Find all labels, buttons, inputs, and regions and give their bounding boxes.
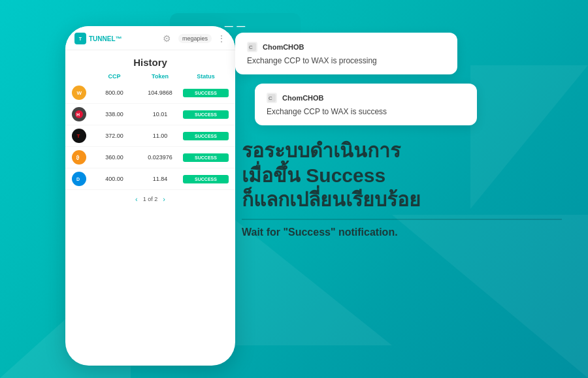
chomchob-icon-2: C bbox=[267, 93, 277, 103]
notification-bubble-1: C ChomCHOB Exchange CCP to WAX is proces… bbox=[235, 33, 457, 74]
row-ccp-5: 400.00 bbox=[91, 176, 137, 182]
thai-line-3: ก็แลกเปลี่ยนเรียบร้อย bbox=[242, 187, 562, 212]
row-token-2: 10.01 bbox=[137, 111, 183, 118]
col-token: Token bbox=[137, 73, 183, 80]
pagination: ‹ 1 of 2 › bbox=[65, 190, 235, 206]
logo-icon: T bbox=[74, 33, 86, 44]
status-badge-5: SUCCESS bbox=[183, 175, 229, 183]
coin-icon-btc: ₿ bbox=[72, 150, 86, 165]
app-bar: T TUNNEL™ ⚙ megapies ⋮ bbox=[65, 26, 235, 50]
status-badge-4: SUCCESS bbox=[183, 153, 229, 162]
phone-frame: T TUNNEL™ ⚙ megapies ⋮ History CCP Token… bbox=[65, 26, 235, 366]
notification-bubble-2: C ChomCHOB Exchange CCP to WAX is succes… bbox=[255, 84, 477, 125]
more-icon[interactable]: ⋮ bbox=[217, 33, 226, 44]
col-ccp: CCP bbox=[91, 73, 137, 80]
thai-text-main: รอระบบดำเนินการ เมื่อขึ้น Success ก็แลกเ… bbox=[242, 138, 562, 212]
row-ccp-1: 800.00 bbox=[91, 89, 137, 96]
notif-message-1: Exchange CCP to WAX is processing bbox=[247, 56, 446, 65]
english-subtext: Wait for "Success" notification. bbox=[242, 227, 562, 238]
settings-icon[interactable]: ⚙ bbox=[163, 33, 173, 44]
prev-page-button[interactable]: ‹ bbox=[135, 195, 138, 203]
table-row: T 372.00 11.00 SUCCESS bbox=[65, 125, 235, 147]
svg-text:C: C bbox=[269, 95, 272, 101]
coin-icon-trx: T bbox=[72, 129, 86, 143]
table-header: CCP Token Status bbox=[65, 73, 235, 80]
row-token-4: 0.023976 bbox=[137, 154, 183, 161]
status-badge-2: SUCCESS bbox=[183, 110, 229, 119]
right-content: C ChomCHOB Exchange CCP to WAX is proces… bbox=[235, 33, 562, 238]
svg-text:H: H bbox=[76, 112, 80, 117]
svg-text:C: C bbox=[249, 44, 253, 50]
page-indicator: 1 of 2 bbox=[143, 196, 158, 202]
top-icons: ⚙ megapies ⋮ bbox=[163, 33, 226, 44]
thai-line-2: เมื่อขึ้น Success bbox=[242, 163, 562, 188]
row-token-1: 104.9868 bbox=[137, 89, 183, 96]
status-badge-3: SUCCESS bbox=[183, 132, 229, 140]
svg-text:D: D bbox=[76, 177, 80, 181]
row-token-3: 11.00 bbox=[137, 133, 183, 139]
divider bbox=[242, 219, 562, 220]
coin-icon-dash: D bbox=[72, 172, 86, 186]
chomchob-icon-1: C bbox=[247, 42, 257, 52]
notif-message-2: Exchange CCP to WAX is success bbox=[267, 107, 465, 116]
coin-icon-hive: H bbox=[72, 107, 86, 121]
table-row: ₿ 360.00 0.023976 SUCCESS bbox=[65, 147, 235, 168]
history-section: History CCP Token Status W 800.00 104.98… bbox=[65, 50, 235, 210]
thai-text-section: รอระบบดำเนินการ เมื่อขึ้น Success ก็แลกเ… bbox=[235, 138, 562, 238]
row-ccp-2: 338.00 bbox=[91, 111, 137, 118]
svg-text:T: T bbox=[77, 133, 80, 139]
coin-icon-wax: W bbox=[72, 86, 86, 100]
logo-text: TUNNEL™ bbox=[89, 35, 122, 42]
row-ccp-3: 372.00 bbox=[91, 133, 137, 139]
username-tag: megapies bbox=[178, 34, 212, 43]
notif-header-1: C ChomCHOB bbox=[247, 42, 446, 52]
table-row: D 400.00 11.84 SUCCESS bbox=[65, 168, 235, 190]
tunnel-logo: T TUNNEL™ bbox=[74, 33, 122, 44]
table-row: H 338.00 10.01 SUCCESS bbox=[65, 104, 235, 125]
row-token-5: 11.84 bbox=[137, 176, 183, 182]
status-badge-1: SUCCESS bbox=[183, 89, 229, 97]
history-title: History bbox=[65, 57, 235, 68]
notif-sender-1: ChomCHOB bbox=[263, 43, 304, 51]
svg-text:W: W bbox=[77, 90, 82, 96]
table-row: W 800.00 104.9868 SUCCESS bbox=[65, 82, 235, 104]
notif-sender-2: ChomCHOB bbox=[282, 94, 324, 102]
notif-header-2: C ChomCHOB bbox=[267, 93, 465, 103]
row-ccp-4: 360.00 bbox=[91, 154, 137, 161]
next-page-button[interactable]: › bbox=[163, 195, 165, 203]
col-status: Status bbox=[183, 73, 229, 80]
phone-mockup: — — T TUNNEL™ ⚙ megapies ⋮ History CCP T… bbox=[65, 7, 242, 372]
thai-line-1: รอระบบดำเนินการ bbox=[242, 138, 562, 163]
